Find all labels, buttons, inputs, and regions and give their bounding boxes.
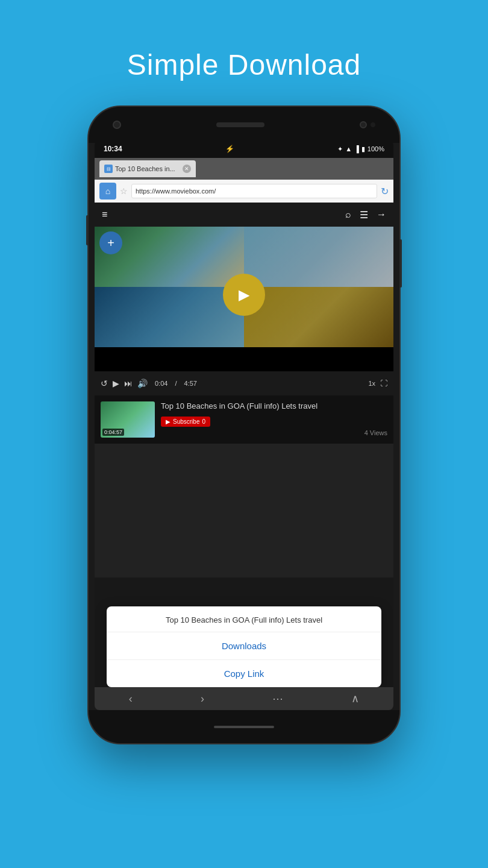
url-text: https://www.moviebox.com/ xyxy=(136,187,216,195)
next-icon[interactable]: ⏭ xyxy=(124,379,133,388)
subscribe-button[interactable]: ▶ Subscribe 0 xyxy=(161,417,210,427)
subscriber-count: 0 xyxy=(202,418,205,425)
bluetooth-icon: ✦ xyxy=(337,145,343,153)
copy-link-menu-item[interactable]: Copy Link xyxy=(107,660,381,687)
current-time: 0:04 xyxy=(155,380,167,387)
phone-bottom xyxy=(89,710,399,743)
tab-favicon: ⊟ xyxy=(104,165,113,173)
add-button[interactable]: + xyxy=(99,231,122,254)
thumb-umbrella xyxy=(244,287,393,347)
search-icon[interactable]: ⌕ xyxy=(345,209,351,221)
site-navbar: ≡ ⌕ ☰ → xyxy=(95,203,393,227)
subscribe-label: Subscribe xyxy=(173,418,199,425)
speaker xyxy=(216,122,264,127)
volume-icon[interactable]: 🔊 xyxy=(137,379,148,388)
video-thumbnail-small: 0:04:57 xyxy=(101,401,155,438)
thumb-duration: 0:04:57 xyxy=(102,429,124,436)
context-menu-header: Top 10 Beaches in GOA (Full info) Lets t… xyxy=(107,606,381,632)
page-title: Simple Download xyxy=(127,48,361,81)
play-pause-icon[interactable]: ▶ xyxy=(113,379,119,388)
nav-right-icons: ⌕ ☰ → xyxy=(345,209,386,221)
signin-icon[interactable]: → xyxy=(377,209,386,221)
time-separator: / xyxy=(175,380,177,387)
phone-screen: 10:34 ⚡ ✦ ▲ ▐ ▮ 100% ⊟ Top 10 Beaches in… xyxy=(95,140,393,710)
video-controls: ↺ ▶ ⏭ 🔊 0:04 / 4:57 1x ⛶ xyxy=(95,371,393,395)
video-player[interactable]: ▶ + xyxy=(95,227,393,371)
back-nav-icon[interactable]: ‹ xyxy=(129,693,133,705)
total-time: 4:57 xyxy=(184,380,196,387)
thumb-tropical xyxy=(95,287,244,347)
status-icons: ✦ ▲ ▐ ▮ 100% xyxy=(337,145,384,153)
home-indicator xyxy=(214,726,274,728)
context-menu: Top 10 Beaches in GOA (Full info) Lets t… xyxy=(107,606,381,687)
refresh-button[interactable]: ↻ xyxy=(381,186,389,197)
browser-tab-bar: ⊟ Top 10 Beaches in... ✕ xyxy=(95,158,393,180)
hamburger-menu-icon[interactable]: ≡ xyxy=(102,209,107,220)
power-button xyxy=(399,239,402,288)
browser-tab[interactable]: ⊟ Top 10 Beaches in... ✕ xyxy=(99,160,196,177)
forward-nav-icon[interactable]: › xyxy=(201,693,204,705)
views-count: 4 Views xyxy=(161,429,387,436)
wifi-icon: ▲ xyxy=(345,145,352,153)
video-title: Top 10 Beaches in GOA (Full info) Lets t… xyxy=(161,401,387,412)
battery-icon: ▮ xyxy=(361,145,365,153)
thumb-bear xyxy=(244,227,393,287)
browser-bottom-nav: ‹ › ⋯ ∧ xyxy=(95,687,393,710)
front-camera-right xyxy=(360,121,367,128)
sensor xyxy=(371,122,375,127)
front-camera-left xyxy=(113,121,121,129)
phone-frame: 10:34 ⚡ ✦ ▲ ▐ ▮ 100% ⊟ Top 10 Beaches in… xyxy=(87,105,401,744)
url-field[interactable]: https://www.moviebox.com/ xyxy=(131,184,377,198)
list-icon[interactable]: ☰ xyxy=(360,209,368,221)
scroll-up-icon[interactable]: ∧ xyxy=(351,692,359,705)
volume-button xyxy=(86,215,89,245)
replay-icon[interactable]: ↺ xyxy=(101,379,108,388)
signal-icon: ▐ xyxy=(354,145,359,153)
phone-top-bar xyxy=(89,107,399,143)
favicon-icon: ⊟ xyxy=(107,166,111,172)
camera-sensors xyxy=(360,121,375,128)
bookmark-icon[interactable]: ☆ xyxy=(120,186,128,196)
status-time: 10:34 xyxy=(104,145,122,153)
play-button[interactable]: ▶ xyxy=(223,274,265,316)
context-menu-overlay: Top 10 Beaches in GOA (Full info) Lets t… xyxy=(95,577,393,710)
home-button[interactable]: ⌂ xyxy=(99,183,116,200)
fullscreen-icon[interactable]: ⛶ xyxy=(380,379,387,388)
tab-title: Top 10 Beaches in... xyxy=(115,165,175,172)
playback-speed[interactable]: 1x xyxy=(368,380,375,387)
video-info-section: 0:04:57 Top 10 Beaches in GOA (Full info… xyxy=(95,395,393,444)
tab-close-button[interactable]: ✕ xyxy=(183,165,191,173)
more-nav-icon[interactable]: ⋯ xyxy=(272,692,283,705)
status-signal-icon: ⚡ xyxy=(225,145,234,153)
battery-percent: 100% xyxy=(368,145,384,153)
browser-address-bar: ⌂ ☆ https://www.moviebox.com/ ↻ xyxy=(95,180,393,203)
video-info-text: Top 10 Beaches in GOA (Full info) Lets t… xyxy=(161,401,387,438)
youtube-icon: ▶ xyxy=(166,418,170,425)
downloads-menu-item[interactable]: Downloads xyxy=(107,632,381,660)
